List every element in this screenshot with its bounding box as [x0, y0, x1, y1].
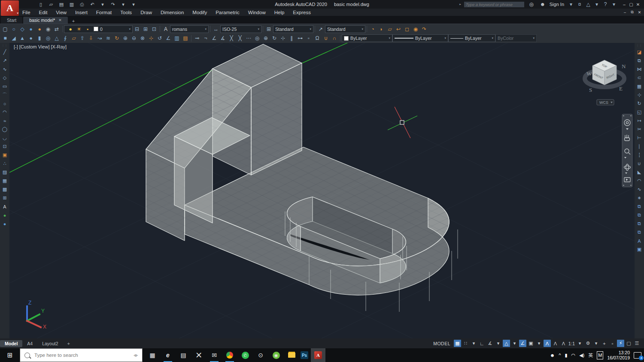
help-caret-icon[interactable]: ▾	[610, 1, 618, 8]
mirror-icon[interactable]: ⋈	[635, 66, 643, 72]
explode-icon[interactable]: ∗	[635, 195, 643, 201]
annotation-autoscale-icon[interactable]: Λ	[552, 340, 559, 347]
layer-match-icon[interactable]: ⊞	[141, 25, 150, 33]
region-icon[interactable]: ▩	[1, 186, 9, 193]
search-collapse-icon[interactable]: ▸	[459, 3, 461, 6]
move-icon[interactable]: ⊹	[635, 92, 643, 98]
blend-curves-icon[interactable]: ∿	[635, 186, 643, 193]
layout-tab-model[interactable]: Model	[0, 340, 22, 347]
workspace-switching-icon[interactable]: ⚙	[584, 340, 592, 347]
send-under-icon[interactable]: ⧉	[635, 229, 643, 235]
join-icon[interactable]: ∪	[635, 160, 643, 167]
isolate-objects-icon[interactable]: ▫	[609, 340, 616, 347]
line-icon[interactable]: ╱	[1, 49, 9, 55]
snap-angle2-icon[interactable]: ∡	[219, 35, 227, 42]
layer-lock-icon[interactable]: ▪	[83, 25, 92, 33]
ellipse-icon[interactable]: ◯	[1, 126, 9, 133]
bring-to-front-icon[interactable]: ⧉	[635, 203, 643, 210]
circle-icon[interactable]: ○	[1, 100, 9, 107]
action-center-icon[interactable]: 4	[634, 352, 641, 359]
format[interactable]: Format	[92, 10, 116, 15]
text-style-combo[interactable]: romans ▾	[170, 25, 209, 33]
sweep-icon[interactable]: ↝	[95, 35, 104, 42]
sphere-realistic-icon[interactable]: ●	[35, 25, 44, 33]
file-explorer-icon[interactable]	[285, 348, 298, 362]
wedge-icon[interactable]: ◢	[9, 35, 18, 42]
battery-icon[interactable]: ▮	[565, 352, 567, 359]
offset-icon[interactable]: ⊂	[635, 75, 643, 81]
sign-in-button[interactable]: Sign In	[550, 2, 564, 7]
fillet-arc-icon[interactable]: ◔	[368, 25, 377, 33]
trim-icon[interactable]: ✂	[635, 126, 643, 133]
transfer-icon[interactable]: ⇄	[52, 25, 61, 33]
lineweight-combo[interactable]: ByLayer ▾	[448, 34, 495, 42]
text-to-front-icon[interactable]: A	[635, 238, 643, 244]
help-icon[interactable]: ?	[601, 1, 610, 8]
circle-style-icon[interactable]: ○	[9, 25, 18, 33]
gradient-icon[interactable]: ▦	[1, 178, 9, 184]
annotation-scale-icon-icon[interactable]: Λ	[560, 340, 567, 347]
break-at-point-icon[interactable]: ∣	[635, 143, 643, 150]
layout-tab-layout2[interactable]: Layout2	[37, 340, 63, 347]
fillet-icon[interactable]: ◠	[635, 178, 643, 184]
table-style-icon[interactable]: ⊞	[264, 25, 273, 33]
revision-cloud-icon[interactable]: ◠	[1, 109, 9, 115]
snap-caret-icon[interactable]: ▾	[470, 340, 477, 347]
layout-tab-a4[interactable]: A4	[22, 340, 37, 347]
make-block-icon[interactable]: ▣	[1, 152, 9, 158]
cylinder-icon[interactable]: ▮	[35, 35, 44, 42]
file[interactable]: File	[18, 10, 35, 15]
render-globe-icon[interactable]: ◉	[44, 25, 52, 33]
linetype-combo[interactable]: ByLayer ▾	[392, 34, 448, 42]
layer-combo[interactable]: ●☀▪ 0 ▾	[64, 25, 133, 33]
section-plane-icon[interactable]: ▥	[173, 35, 181, 42]
bring-above-icon[interactable]: ⧉	[635, 220, 643, 227]
viewport-view-control[interactable]: [Custom View]	[19, 44, 50, 49]
insert[interactable]: Insert	[71, 10, 92, 15]
multiline-text-icon[interactable]: A	[1, 203, 9, 210]
magnet-off-icon[interactable]: ∩	[330, 35, 339, 42]
break-icon[interactable]: ╎	[635, 152, 643, 158]
parametric[interactable]: Parametric	[211, 10, 244, 15]
point-x2-icon[interactable]: ╳	[236, 35, 244, 42]
help[interactable]: Help	[270, 10, 289, 15]
close-tab-icon[interactable]: ✕	[58, 18, 62, 22]
3d-move-icon[interactable]: ⊹	[147, 35, 155, 42]
object-snap-icon[interactable]: ▣	[527, 340, 535, 347]
ellipse-arc-icon[interactable]: ◡	[1, 135, 9, 141]
taskbar-search-input[interactable]	[33, 352, 130, 358]
new-layout-button[interactable]: +	[66, 341, 72, 346]
start-button[interactable]: ⊞	[0, 348, 20, 362]
dim-style-icon[interactable]: ↔	[212, 25, 220, 33]
hidden-icons-chevron-icon[interactable]: ^	[559, 352, 561, 359]
snap-angle1-icon[interactable]: ∠	[210, 35, 219, 42]
snap-corner-icon[interactable]: ¬	[201, 35, 210, 42]
hatch-to-back-icon[interactable]: ▣	[635, 246, 643, 253]
edit[interactable]: Edit	[35, 10, 52, 15]
presspull-icon[interactable]: ⇩	[87, 35, 95, 42]
viewport-minimize-control[interactable]: [-]	[14, 44, 18, 49]
copy-icon[interactable]: ⧉	[635, 57, 643, 64]
round-tool-icon[interactable]: ◉	[411, 25, 420, 33]
union-icon[interactable]: ⊕	[121, 35, 130, 42]
layer-on-bulb-icon[interactable]: ●	[66, 25, 75, 33]
arc-icon[interactable]: ⌒	[1, 92, 9, 98]
send-to-back-icon[interactable]: ⧉	[635, 212, 643, 218]
donut-icon[interactable]: ◎	[253, 35, 261, 42]
selection-mode-icon[interactable]: ▢	[1, 25, 9, 33]
extrude-icon[interactable]: ⇧	[78, 35, 87, 42]
viewport-visual-style-control[interactable]: [X-Ray]	[51, 44, 67, 49]
store-icon[interactable]: ▤	[177, 348, 190, 362]
array-icon[interactable]: ▦	[635, 83, 643, 90]
people-icon[interactable]: ☻	[550, 352, 555, 359]
subtract-icon[interactable]: ⊖	[130, 35, 138, 42]
isometric-drafting-icon[interactable]: △	[503, 340, 510, 347]
toolbar-grip[interactable]: ⋮⋮	[2, 45, 8, 47]
probe-icon[interactable]: Ω	[313, 35, 322, 42]
chrome-icon[interactable]	[223, 348, 236, 362]
annotation-visibility-icon[interactable]: Λ	[544, 340, 551, 347]
tools[interactable]: Tools	[116, 10, 136, 15]
app-yellow-icon[interactable]: ⨉	[192, 348, 205, 362]
polygon-style-icon[interactable]: ◇	[18, 25, 27, 33]
point-x1-icon[interactable]: ╳	[227, 35, 236, 42]
